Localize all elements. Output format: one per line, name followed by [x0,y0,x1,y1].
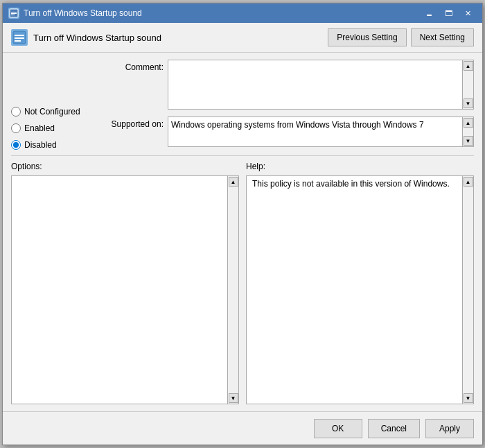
svg-rect-1 [11,12,17,12]
ok-button[interactable]: OK [314,419,362,438]
options-scroll-up[interactable]: ▲ [229,177,238,187]
supported-scrollbar: ▲ ▼ [462,117,473,146]
help-text: This policy is not available in this ver… [249,176,452,191]
comment-row: Comment: ▲ ▼ [108,60,474,110]
help-label: Help: [246,162,474,171]
title-bar-controls: 🗕 🗖 ✕ [420,6,477,20]
content-area: Turn off Windows Startup sound Previous … [3,23,482,445]
scroll-up-arrow[interactable]: ▲ [464,61,473,71]
disabled-text: Disabled [24,140,57,150]
dialog-window: Turn off Windows Startup sound 🗕 🗖 ✕ Tur… [2,3,483,445]
options-box: ▲ ▼ [11,175,239,404]
supported-scroll-down[interactable]: ▼ [464,136,473,146]
supported-on-row: Supported on: Windows operating systems … [108,117,474,147]
right-section: Comment: ▲ ▼ Supported on: [108,60,474,150]
enabled-text: Enabled [24,123,55,133]
supported-on-value: Windows operating systems from Windows V… [168,117,462,146]
svg-rect-3 [11,15,15,15]
options-panel: Options: ▲ ▼ [11,162,239,404]
help-scroll-down[interactable]: ▼ [464,393,473,403]
not-configured-label[interactable]: Not Configured [11,107,101,117]
title-bar-text: Turn off Windows Startup sound [24,8,142,18]
supported-on-label: Supported on: [108,117,164,129]
not-configured-text: Not Configured [24,107,80,117]
help-box: This policy is not available in this ver… [246,175,474,404]
supported-scroll-up[interactable]: ▲ [464,118,473,128]
main-content: Not Configured Enabled Disabled C [3,53,482,411]
comment-scrollbar: ▲ ▼ [462,60,473,109]
apply-button[interactable]: Apply [425,419,474,438]
disabled-radio[interactable] [11,140,21,150]
window-icon [8,8,19,19]
help-scroll-up[interactable]: ▲ [464,177,473,187]
svg-rect-7 [15,40,21,42]
footer: OK Cancel Apply [3,411,482,445]
svg-rect-2 [11,13,17,14]
close-button[interactable]: ✕ [459,6,477,20]
comment-textarea[interactable] [168,60,462,109]
header-title: Turn off Windows Startup sound [33,33,322,43]
header-buttons: Previous Setting Next Setting [328,28,474,46]
minimize-button[interactable]: 🗕 [420,6,438,20]
cancel-button[interactable]: Cancel [368,419,420,438]
title-bar: Turn off Windows Startup sound 🗕 🗖 ✕ [3,3,482,23]
options-content [12,176,227,404]
options-label: Options: [11,162,239,171]
not-configured-radio[interactable] [11,107,21,117]
bottom-section: Options: ▲ ▼ Help: This policy is n [11,162,474,404]
divider [11,155,474,156]
previous-setting-button[interactable]: Previous Setting [328,28,406,46]
enabled-label[interactable]: Enabled [11,123,101,133]
options-scrollbar: ▲ ▼ [227,176,238,404]
help-panel: Help: This policy is not available in th… [246,162,474,404]
disabled-label[interactable]: Disabled [11,140,101,150]
top-section: Not Configured Enabled Disabled C [11,60,474,150]
header-icon [11,29,28,46]
options-scroll-down[interactable]: ▼ [229,393,238,403]
svg-rect-6 [15,37,24,39]
help-scrollbar: ▲ ▼ [462,176,473,404]
next-setting-button[interactable]: Next Setting [411,28,474,46]
scroll-down-arrow[interactable]: ▼ [464,98,473,108]
header-row: Turn off Windows Startup sound Previous … [3,23,482,53]
radio-group: Not Configured Enabled Disabled [11,60,101,150]
title-bar-left: Turn off Windows Startup sound [8,8,142,19]
help-content: This policy is not available in this ver… [247,176,462,404]
comment-label: Comment: [108,60,164,72]
enabled-radio[interactable] [11,123,21,133]
maximize-button[interactable]: 🗖 [439,6,457,20]
svg-rect-5 [15,35,24,36]
